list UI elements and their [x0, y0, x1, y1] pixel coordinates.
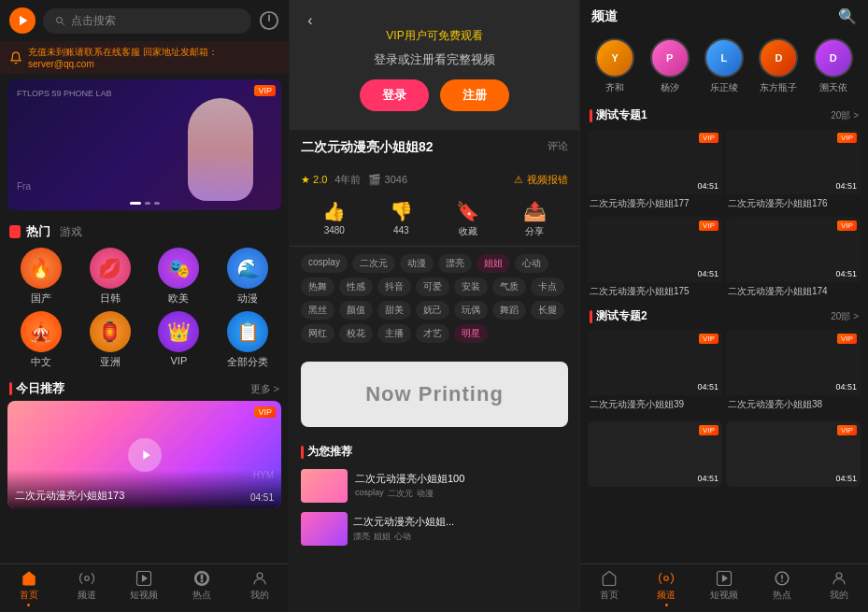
video-info: 二次元动漫亮小姐姐82 评论: [290, 130, 579, 169]
vip-badge-177: VIP: [699, 133, 719, 143]
right-panel: 频道 🔍 Y 齐和 P 杨汐 L 乐正绫 D 东方瓶子 D 溯天依: [580, 0, 868, 612]
tag-kadian[interactable]: 卡点: [531, 278, 564, 296]
nav-mine[interactable]: 我的: [231, 564, 289, 612]
tag-wanou[interactable]: 玩偶: [454, 301, 488, 320]
cat-vip[interactable]: 👑 VIP: [148, 311, 211, 369]
right-nav-home[interactable]: 首页: [580, 564, 638, 612]
right-nav-short[interactable]: 短视频: [695, 564, 753, 612]
video-card-177[interactable]: VIP 04:51 二次元动漫亮小姐姐177: [588, 129, 722, 213]
today-card[interactable]: VIP HYM 二次元动漫亮小姐姐173 04:51: [7, 401, 281, 508]
tag-rewu[interactable]: 热舞: [301, 278, 334, 296]
right-search-icon[interactable]: 🔍: [838, 7, 857, 25]
collect-button[interactable]: 🔖 收藏: [456, 200, 479, 238]
tag-cosplay[interactable]: cosplay: [301, 254, 348, 273]
tag-mingxing[interactable]: 明星: [454, 324, 488, 343]
tag-xindong[interactable]: 心动: [515, 254, 548, 273]
tag-keai[interactable]: 可爱: [416, 278, 449, 296]
tag-caiyi[interactable]: 才艺: [416, 324, 449, 343]
channel-sutian[interactable]: D 溯天依: [814, 38, 853, 94]
dislike-button[interactable]: 👎 443: [390, 200, 413, 238]
cat-zhongwen[interactable]: 🎪 中文: [9, 311, 73, 369]
play-button[interactable]: [128, 438, 162, 472]
nav-hot-label: 热点: [192, 589, 211, 602]
cat-dongman-label: 动漫: [237, 292, 258, 306]
cat-rihan[interactable]: 💋 日韩: [78, 248, 142, 306]
tag-wuji[interactable]: 妩己: [416, 301, 449, 320]
tag-anzhuang[interactable]: 安装: [454, 278, 488, 296]
channel-qihe[interactable]: Y 齐和: [595, 38, 634, 94]
rec-tag-1: cosplay: [355, 488, 384, 500]
tag-jiejie[interactable]: 姐姐: [477, 254, 510, 273]
nav-home[interactable]: 首页: [0, 564, 58, 612]
for-you-label: 为您推荐: [307, 444, 352, 460]
cat-oumei[interactable]: 🎭 欧美: [148, 248, 211, 306]
cat-oumei-label: 欧美: [168, 292, 189, 306]
vip-subtitle: 登录或注册看完整视频: [374, 51, 495, 68]
svg-point-3: [257, 573, 263, 578]
recommend-section: 为您推荐: [290, 438, 579, 463]
channel-label-sutian: 溯天依: [819, 81, 847, 94]
right-nav-channels-label: 频道: [657, 589, 676, 602]
like-icon: 👍: [322, 200, 346, 222]
notice-text: 充值未到账请联系在线客服 回家地址发邮箱：server@qq.com: [28, 46, 279, 69]
tag-wudao[interactable]: 舞蹈: [492, 301, 526, 320]
tag-heisi[interactable]: 黑丝: [301, 301, 334, 320]
right-nav-mine-label: 我的: [830, 589, 848, 602]
comment-link[interactable]: 评论: [548, 139, 568, 153]
report-label: 视频报错: [527, 173, 568, 187]
report-button[interactable]: ⚠ 视频报错: [514, 173, 568, 187]
hot-icon: [9, 225, 21, 238]
today-more-btn[interactable]: 更多 >: [250, 382, 279, 396]
tag-zhubo[interactable]: 主播: [377, 324, 411, 343]
video-thumb-176: VIP 04:51: [726, 129, 861, 194]
cat-vip-label: VIP: [171, 355, 188, 366]
register-button[interactable]: 注册: [440, 79, 509, 111]
nav-short[interactable]: 短视频: [116, 564, 174, 612]
tag-xiaohua[interactable]: 校花: [339, 324, 373, 343]
cat-guochan[interactable]: 🔥 国产: [9, 248, 73, 306]
section1-count[interactable]: 20部 >: [831, 109, 859, 122]
tag-changtui[interactable]: 长腿: [531, 301, 564, 320]
tag-tianmei[interactable]: 甜美: [377, 301, 411, 320]
recommend-item[interactable]: 二次元动漫亮小姐姐100 cosplay 二次元 动漫: [290, 463, 579, 508]
tag-xinggan[interactable]: 性感: [339, 278, 373, 296]
tag-piaoliang[interactable]: 漂亮: [438, 254, 472, 273]
channel-yangxi[interactable]: P 杨汐: [650, 38, 690, 94]
search-bar[interactable]: 点击搜索: [43, 8, 251, 34]
tag-qizhi[interactable]: 气质: [492, 278, 526, 296]
like-button[interactable]: 👍 3480: [322, 200, 346, 238]
section1-videos: VIP 04:51 二次元动漫亮小姐姐177 VIP 04:51 二次元动漫亮小…: [580, 129, 868, 305]
video-card-175[interactable]: VIP 04:51 二次元动漫亮小姐姐175: [588, 217, 722, 301]
tag-yanzhi[interactable]: 颜值: [339, 301, 373, 320]
right-nav-hot-label: 热点: [773, 589, 791, 602]
duration-38: 04:51: [835, 382, 857, 391]
banner[interactable]: FTLOPS 59 PHONE LAB Fra VIP: [7, 79, 281, 210]
video-meta: ★ 2.0 4年前 🎬 3046 ⚠ 视频报错: [290, 169, 579, 192]
share-button[interactable]: 📤 分享: [523, 200, 547, 238]
section2-count[interactable]: 20部 >: [831, 310, 859, 323]
back-button[interactable]: ‹: [299, 9, 321, 32]
right-nav-hot[interactable]: 热点: [753, 564, 811, 612]
nav-channels[interactable]: 频道: [58, 564, 116, 612]
cat-yazhou[interactable]: 🏮 亚洲: [78, 311, 142, 369]
video-card-174[interactable]: VIP 04:51 二次元动漫亮小姐姐174: [726, 217, 861, 301]
tag-douyin[interactable]: 抖音: [377, 278, 411, 296]
right-nav-mine[interactable]: 我的: [810, 564, 868, 612]
categories-grid: 🔥 国产 💋 日韩 🎭 欧美 🌊 动漫 🎪 中文 🏮 亚洲 👑 VIP 📋: [0, 244, 289, 375]
channel-lezheng[interactable]: L 乐正绫: [704, 38, 744, 94]
right-nav-channels[interactable]: 频道: [638, 564, 696, 612]
video-card-39[interactable]: VIP 04:51 二次元动漫亮小姐姐39: [588, 330, 722, 414]
notice-bar: 充值未到账请联系在线客服 回家地址发邮箱：server@qq.com: [0, 41, 289, 74]
power-icon[interactable]: [259, 10, 279, 31]
tag-erci[interactable]: 二次元: [352, 254, 395, 273]
tag-dongman[interactable]: 动漫: [400, 254, 434, 273]
app-logo[interactable]: [9, 7, 36, 34]
nav-hot[interactable]: 热点: [173, 564, 231, 612]
tag-wanghong[interactable]: 网红: [301, 324, 334, 343]
cat-all[interactable]: 📋 全部分类: [216, 311, 279, 369]
cat-dongman[interactable]: 🌊 动漫: [216, 248, 279, 306]
channel-dongfang[interactable]: D 东方瓶子: [759, 38, 798, 94]
video-card-176[interactable]: VIP 04:51 二次元动漫亮小姐姐176: [726, 129, 861, 213]
login-button[interactable]: 登录: [360, 79, 429, 111]
video-card-38[interactable]: VIP 04:51 二次元动漫亮小姐姐38: [726, 330, 861, 414]
